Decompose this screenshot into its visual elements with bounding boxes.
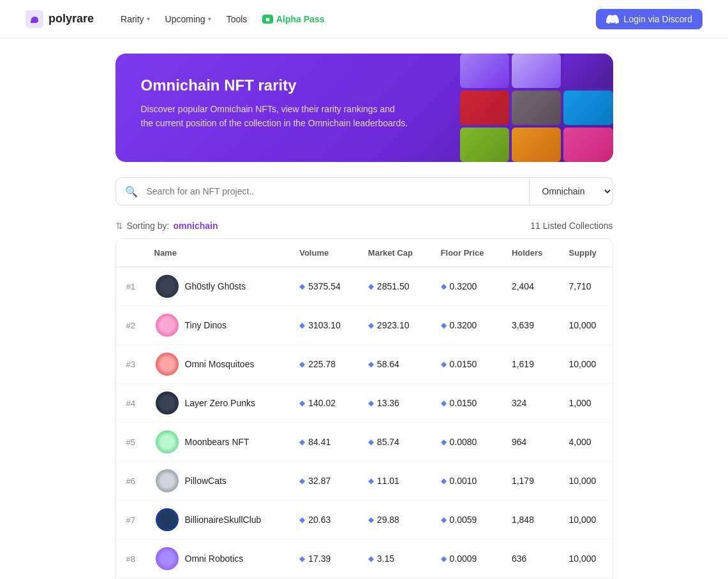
nft-image-9 (563, 128, 613, 162)
volume-cell: ◆3103.10 (289, 306, 358, 345)
nav-item-upcoming[interactable]: Upcoming ▾ (159, 10, 218, 28)
table-row[interactable]: #8 Omni Robotics ◆17.39 ◆3.15 ◆0.0009 63… (116, 539, 613, 578)
rank-label: #2 (126, 321, 149, 330)
floor-price-cell: ◆0.0150 (431, 384, 501, 423)
table-row[interactable]: #4 Layer Zero Punks ◆140.02 ◆13.36 ◆0.01… (116, 384, 613, 423)
supply-cell: 10,000 (559, 501, 613, 539)
eth-icon: ◆ (368, 554, 374, 563)
sort-value[interactable]: omnichain (173, 221, 218, 231)
collection-name: Layer Zero Punks (185, 398, 256, 408)
eth-icon: ◆ (368, 515, 374, 524)
table-row[interactable]: #1 Gh0stly Gh0sts ◆5375.54 ◆2851.50 ◆0.3… (116, 267, 613, 306)
table-row[interactable]: #6 PillowCats ◆32.87 ◆11.01 ◆0.0010 1,17… (116, 462, 613, 501)
collection-name: PillowCats (185, 476, 227, 486)
chevron-down-icon: ▾ (208, 15, 211, 22)
logo-icon (26, 10, 43, 28)
collection-name: Gh0stly Gh0sts (185, 281, 246, 291)
avatar (156, 469, 179, 492)
chain-select[interactable]: Omnichain Ethereum Polygon Solana (530, 178, 613, 205)
market-cap-cell: ◆11.01 (358, 462, 431, 501)
avatar (156, 430, 179, 453)
hero-text: Omnichain NFT rarity Discover popular Om… (141, 77, 588, 131)
market-cap-cell: ◆29.88 (358, 501, 431, 539)
holders-cell: 2,404 (501, 267, 559, 306)
table-row[interactable]: #7 BillionaireSkullClub ◆20.63 ◆29.88 ◆0… (116, 501, 613, 539)
floor-price-cell: ◆0.3200 (431, 267, 501, 306)
eth-icon: ◆ (441, 437, 447, 446)
alpha-badge: ■ (262, 15, 273, 24)
avatar (156, 508, 179, 531)
supply-cell: 7,710 (559, 267, 613, 306)
eth-icon: ◆ (299, 437, 305, 446)
holders-cell: 964 (501, 423, 559, 462)
col-header-market-cap: Market Cap (358, 239, 431, 267)
col-header-supply: Supply (559, 239, 613, 267)
name-cell: #6 PillowCats (126, 469, 279, 492)
holders-cell: 636 (501, 539, 559, 578)
eth-icon: ◆ (441, 282, 447, 291)
sort-icon: ⇅ (115, 221, 123, 231)
supply-cell: 4,000 (559, 423, 613, 462)
table-row[interactable]: #2 Tiny Dinos ◆3103.10 ◆2923.10 ◆0.3200 … (116, 306, 613, 345)
eth-icon: ◆ (299, 476, 305, 485)
eth-icon: ◆ (368, 437, 374, 446)
logo-text: polyrare (48, 12, 94, 26)
sorting-label: ⇅ Sorting by: omnichain (115, 221, 218, 231)
eth-icon: ◆ (368, 321, 374, 330)
eth-icon: ◆ (299, 399, 305, 407)
eth-icon: ◆ (441, 360, 447, 369)
hero-banner: Omnichain NFT rarity Discover popular Om… (115, 54, 613, 162)
login-button[interactable]: Login via Discord (596, 9, 702, 29)
market-cap-cell: ◆3.15 (358, 539, 431, 578)
search-input[interactable] (147, 179, 529, 204)
nft-image-7 (460, 128, 509, 162)
rank-label: #5 (126, 437, 149, 447)
nav-right: Login via Discord (596, 9, 702, 29)
discord-icon (606, 15, 619, 24)
eth-icon: ◆ (299, 360, 305, 369)
holders-cell: 3,639 (501, 306, 559, 345)
rank-label: #3 (126, 360, 149, 369)
collection-name: BillionaireSkullClub (185, 515, 262, 525)
eth-icon: ◆ (299, 515, 305, 524)
col-header-name: Name (116, 239, 290, 267)
floor-price-cell: ◆0.0150 (431, 345, 501, 384)
eth-icon: ◆ (368, 360, 374, 369)
navbar: polyrare Rarity ▾ Upcoming ▾ Tools ■ Alp… (0, 0, 728, 38)
eth-icon: ◆ (441, 399, 447, 407)
table-row[interactable]: #5 Moonbears NFT ◆84.41 ◆85.74 ◆0.0080 9… (116, 423, 613, 462)
col-header-volume: Volume (289, 239, 358, 267)
volume-cell: ◆84.41 (289, 423, 358, 462)
nav-item-alpha[interactable]: ■ Alpha Pass (256, 10, 331, 28)
floor-price-cell: ◆0.3200 (431, 306, 501, 345)
holders-cell: 1,619 (501, 345, 559, 384)
rank-label: #7 (126, 515, 149, 525)
market-cap-cell: ◆58.64 (358, 345, 431, 384)
name-cell: #2 Tiny Dinos (126, 314, 279, 337)
table-row[interactable]: #3 Omni Mosquitoes ◆225.78 ◆58.64 ◆0.015… (116, 345, 613, 384)
name-cell: #8 Omni Robotics (126, 547, 279, 570)
avatar (156, 547, 179, 570)
nav-item-tools[interactable]: Tools (220, 10, 254, 28)
eth-icon: ◆ (368, 399, 374, 407)
volume-cell: ◆225.78 (289, 345, 358, 384)
chevron-down-icon: ▾ (147, 15, 150, 22)
logo[interactable]: polyrare (26, 10, 94, 28)
nav-item-rarity[interactable]: Rarity ▾ (114, 10, 156, 28)
market-cap-cell: ◆85.74 (358, 423, 431, 462)
table-body: #1 Gh0stly Gh0sts ◆5375.54 ◆2851.50 ◆0.3… (116, 267, 613, 580)
name-cell: #7 BillionaireSkullClub (126, 508, 279, 531)
rank-label: #1 (126, 282, 149, 291)
eth-icon: ◆ (368, 476, 374, 485)
supply-cell: 10,000 (559, 345, 613, 384)
nav-links: Rarity ▾ Upcoming ▾ Tools ■ Alpha Pass (114, 10, 596, 28)
col-header-floor-price: Floor Price (431, 239, 501, 267)
floor-price-cell: ◆0.0080 (431, 423, 501, 462)
market-cap-cell: ◆2923.10 (358, 306, 431, 345)
search-icon: 🔍 (116, 179, 147, 204)
col-header-holders: Holders (501, 239, 559, 267)
rank-label: #8 (126, 554, 149, 564)
avatar (156, 392, 179, 414)
avatar (156, 275, 179, 298)
eth-icon: ◆ (441, 554, 447, 563)
